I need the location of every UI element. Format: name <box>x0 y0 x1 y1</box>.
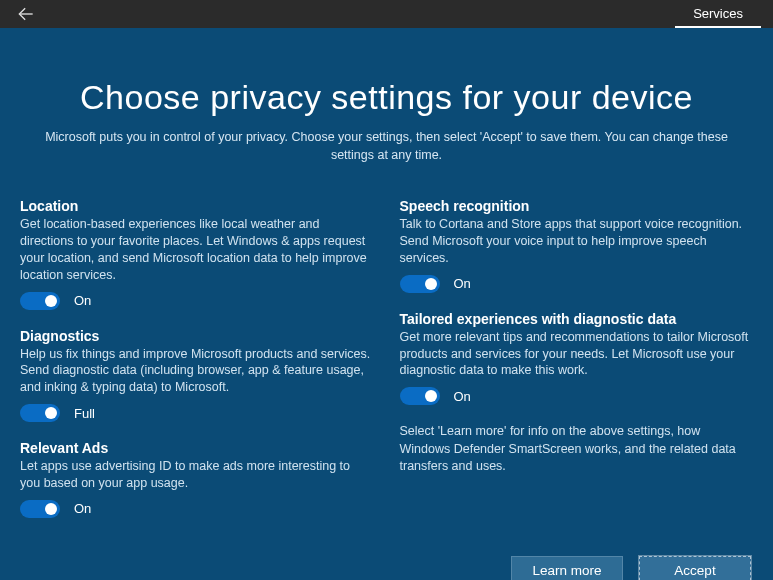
setting-ads-title: Relevant Ads <box>20 440 374 456</box>
left-column: Location Get location-based experiences … <box>20 198 374 536</box>
accept-button[interactable]: Accept <box>639 556 751 580</box>
location-toggle[interactable] <box>20 292 60 310</box>
learn-more-button[interactable]: Learn more <box>511 556 623 580</box>
page-title: Choose privacy settings for your device <box>20 78 753 117</box>
title-bar: Services <box>0 0 773 28</box>
speech-toggle[interactable] <box>400 275 440 293</box>
setting-location: Location Get location-based experiences … <box>20 198 374 310</box>
setting-ads-toggle-row: On <box>20 500 374 518</box>
back-button[interactable] <box>12 0 40 28</box>
speech-toggle-label: On <box>454 276 471 291</box>
setting-diagnostics-toggle-row: Full <box>20 404 374 422</box>
setting-ads: Relevant Ads Let apps use advertising ID… <box>20 440 374 518</box>
location-toggle-label: On <box>74 293 91 308</box>
header-tabs: Services <box>675 0 761 28</box>
tailored-toggle-label: On <box>454 389 471 404</box>
setting-speech-toggle-row: On <box>400 275 754 293</box>
setting-speech-title: Speech recognition <box>400 198 754 214</box>
tab-services[interactable]: Services <box>675 0 761 28</box>
settings-columns: Location Get location-based experiences … <box>20 198 753 536</box>
main-content: Choose privacy settings for your device … <box>0 28 773 546</box>
setting-diagnostics-desc: Help us fix things and improve Microsoft… <box>20 346 374 397</box>
setting-location-desc: Get location-based experiences like loca… <box>20 216 374 284</box>
tailored-toggle[interactable] <box>400 387 440 405</box>
right-column: Speech recognition Talk to Cortana and S… <box>400 198 754 536</box>
setting-ads-desc: Let apps use advertising ID to make ads … <box>20 458 374 492</box>
setting-diagnostics: Diagnostics Help us fix things and impro… <box>20 328 374 423</box>
setting-tailored: Tailored experiences with diagnostic dat… <box>400 311 754 406</box>
setting-diagnostics-title: Diagnostics <box>20 328 374 344</box>
setting-tailored-title: Tailored experiences with diagnostic dat… <box>400 311 754 327</box>
ads-toggle-label: On <box>74 501 91 516</box>
setting-location-toggle-row: On <box>20 292 374 310</box>
diagnostics-toggle[interactable] <box>20 404 60 422</box>
footer-buttons: Learn more Accept <box>0 546 773 580</box>
setting-tailored-toggle-row: On <box>400 387 754 405</box>
setting-speech-desc: Talk to Cortana and Store apps that supp… <box>400 216 754 267</box>
diagnostics-toggle-label: Full <box>74 406 95 421</box>
setting-speech: Speech recognition Talk to Cortana and S… <box>400 198 754 293</box>
learn-more-info-text: Select 'Learn more' for info on the abov… <box>400 423 754 476</box>
page-subtitle: Microsoft puts you in control of your pr… <box>37 129 737 164</box>
arrow-left-icon <box>16 4 36 24</box>
ads-toggle[interactable] <box>20 500 60 518</box>
setting-location-title: Location <box>20 198 374 214</box>
setting-tailored-desc: Get more relevant tips and recommendatio… <box>400 329 754 380</box>
